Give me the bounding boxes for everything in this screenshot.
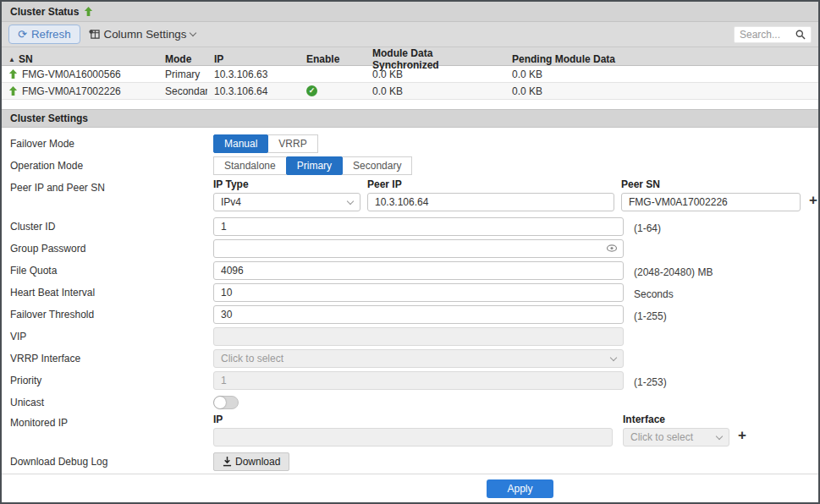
- cell-module-data-synchronized: 0.0 KB: [372, 68, 403, 80]
- failover-mode-segmented-control: Manual VRRP: [213, 134, 318, 153]
- cell-mode: Secondary: [165, 85, 207, 97]
- vip-input: [213, 327, 624, 346]
- chevron-down-icon: [610, 353, 617, 360]
- group-password-input[interactable]: [213, 239, 624, 258]
- cell-sn: FMG-VM0A16000566: [22, 68, 121, 80]
- file-quota-input[interactable]: [213, 261, 624, 280]
- operation-mode-label: Operation Mode: [10, 156, 213, 172]
- download-icon: [223, 457, 232, 467]
- cluster-status-window: Cluster Status ⟳ Refresh Column Settings: [0, 0, 820, 504]
- failover-mode-option-vrrp[interactable]: VRRP: [267, 134, 317, 153]
- cell-pending-module-data: 0.0 KB: [512, 85, 542, 97]
- ip-type-column-header: IP Type: [213, 178, 360, 190]
- cell-ip: 10.3.106.64: [214, 85, 267, 97]
- failover-mode-option-manual[interactable]: Manual: [213, 134, 268, 153]
- monitored-interface-placeholder: Click to select: [630, 431, 693, 443]
- section-title: Cluster Settings: [10, 112, 88, 124]
- priority-input: [213, 371, 624, 390]
- search-box[interactable]: [734, 26, 812, 43]
- file-quota-label: File Quota: [10, 261, 213, 277]
- monitored-ip-input: [213, 428, 613, 446]
- failover-threshold-range-hint: (1-255): [634, 307, 667, 322]
- table-row[interactable]: FMG-VM0A17002226 Secondary 10.3.106.64 ✓…: [2, 83, 818, 100]
- operation-mode-option-primary[interactable]: Primary: [286, 156, 343, 175]
- peer-ip-sn-label: Peer IP and Peer SN: [10, 178, 213, 194]
- column-header-pending-module-data[interactable]: Pending Module Data: [505, 53, 818, 65]
- device-up-arrow-icon: [8, 86, 18, 96]
- heart-beat-interval-input[interactable]: [213, 283, 624, 302]
- table-header-row: ▲ SN Mode IP Enable Module Data Synchron…: [2, 47, 818, 66]
- form-footer: Apply: [2, 474, 818, 502]
- cell-mode: Primary: [165, 68, 200, 80]
- download-debug-log-label: Download Debug Log: [10, 452, 213, 468]
- heart-beat-interval-unit-hint: Seconds: [634, 285, 674, 300]
- column-settings-button[interactable]: Column Settings: [89, 28, 196, 41]
- unicast-label: Unicast: [10, 393, 213, 408]
- cluster-id-range-hint: (1-64): [634, 219, 661, 234]
- operation-mode-segmented-control: Standalone Primary Secondary: [213, 156, 412, 175]
- peer-ip-column-header: Peer IP: [367, 178, 614, 190]
- column-header-ip[interactable]: IP: [207, 53, 300, 65]
- panel-title: Cluster Status: [10, 6, 79, 18]
- cell-pending-module-data: 0.0 KB: [512, 68, 542, 80]
- cluster-up-arrow-icon: [84, 7, 93, 16]
- operation-mode-option-secondary[interactable]: Secondary: [342, 156, 412, 175]
- ip-type-selected-value: IPv4: [221, 196, 241, 208]
- monitored-interface-select: Click to select: [623, 428, 729, 446]
- column-header-enable[interactable]: Enable: [300, 53, 366, 65]
- panel-title-bar: Cluster Status: [2, 2, 818, 22]
- table-row[interactable]: FMG-VM0A16000566 Primary 10.3.106.63 0.0…: [2, 66, 818, 83]
- operation-mode-option-standalone[interactable]: Standalone: [213, 156, 287, 175]
- cluster-id-input[interactable]: [213, 217, 624, 236]
- cell-ip: 10.3.106.63: [214, 68, 267, 80]
- apply-button[interactable]: Apply: [487, 479, 553, 498]
- cell-sn: FMG-VM0A17002226: [22, 85, 121, 97]
- heart-beat-interval-label: Heart Beat Interval: [10, 283, 213, 299]
- failover-mode-label: Failover Mode: [10, 134, 213, 150]
- vrrp-interface-label: VRRP Interface: [10, 349, 213, 364]
- column-settings-label: Column Settings: [104, 28, 187, 41]
- ip-type-select[interactable]: IPv4: [213, 193, 360, 211]
- search-icon: [795, 30, 806, 40]
- monitored-interface-column-header: Interface: [623, 414, 729, 425]
- sort-ascending-icon: ▲: [8, 56, 15, 63]
- failover-threshold-input[interactable]: [213, 305, 624, 324]
- cell-enable: ✓: [300, 85, 366, 96]
- column-header-mode[interactable]: Mode: [158, 53, 207, 65]
- device-up-arrow-icon: [8, 69, 18, 79]
- monitored-ip-column-header: IP: [213, 414, 613, 425]
- chevron-down-icon: [716, 432, 723, 439]
- unicast-toggle[interactable]: [213, 396, 239, 409]
- vip-label: VIP: [10, 327, 213, 342]
- priority-range-hint: (1-253): [634, 373, 667, 388]
- cell-module-data-synchronized: 0.0 KB: [372, 85, 403, 97]
- group-password-label: Group Password: [10, 239, 213, 255]
- refresh-button-label: Refresh: [31, 28, 71, 41]
- download-button[interactable]: Download: [213, 452, 289, 471]
- cluster-status-toolbar: ⟳ Refresh Column Settings: [2, 22, 818, 47]
- file-quota-range-hint: (2048-20480) MB: [634, 263, 713, 278]
- column-header-sn[interactable]: ▲ SN: [2, 53, 158, 65]
- monitored-ip-label: Monitored IP: [10, 414, 213, 429]
- cluster-settings-form: Failover Mode Manual VRRP Operation Mode…: [2, 128, 818, 476]
- cluster-id-label: Cluster ID: [10, 217, 213, 233]
- failover-threshold-label: Failover Threshold: [10, 305, 213, 320]
- priority-label: Priority: [10, 371, 213, 386]
- refresh-icon: ⟳: [18, 29, 27, 40]
- cluster-settings-section-header: Cluster Settings: [2, 109, 818, 128]
- peer-ip-input[interactable]: [367, 193, 614, 211]
- peer-sn-input[interactable]: [621, 193, 801, 211]
- add-peer-button[interactable]: +: [807, 192, 819, 209]
- cluster-status-table: ▲ SN Mode IP Enable Module Data Synchron…: [2, 47, 818, 100]
- search-input[interactable]: [740, 29, 792, 41]
- download-button-label: Download: [235, 456, 280, 468]
- vrrp-interface-select: Click to select: [213, 349, 624, 368]
- refresh-button[interactable]: ⟳ Refresh: [8, 25, 80, 44]
- peer-sn-column-header: Peer SN: [621, 178, 801, 190]
- chevron-down-icon: [347, 197, 354, 204]
- chevron-down-icon: [190, 30, 196, 36]
- show-password-eye-icon[interactable]: [606, 243, 618, 254]
- enabled-check-icon: ✓: [306, 85, 317, 96]
- add-monitored-ip-button[interactable]: +: [736, 427, 748, 444]
- vrrp-interface-placeholder: Click to select: [221, 353, 283, 364]
